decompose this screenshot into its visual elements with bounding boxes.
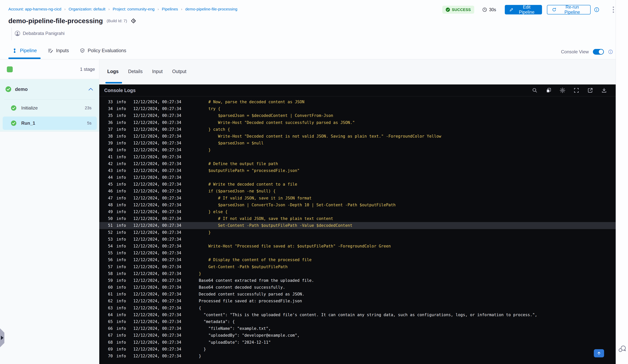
log-line[interactable]: 35 info 12/12/2024, 00:27:34 $parsedJson… [99,112,616,119]
log-line-number[interactable]: 55 [108,250,113,256]
log-line[interactable]: 63 info 12/12/2024, 00:27:34 { [99,305,616,311]
chevron-up-icon[interactable] [88,88,93,91]
log-line-number[interactable]: 69 [108,346,113,353]
log-line-number[interactable]: 47 [108,195,113,202]
log-line[interactable]: 41 info 12/12/2024, 00:27:34 [99,153,616,160]
log-line[interactable]: 42 info 12/12/2024, 00:27:34 # Define th… [99,160,616,167]
step-row-initialize[interactable]: Initialize 23s [3,101,97,115]
log-line-number[interactable]: 58 [108,270,113,277]
log-line[interactable]: 43 info 12/12/2024, 00:27:34 $outputFile… [99,167,616,174]
log-line[interactable]: 58 info 12/12/2024, 00:27:34 } [99,270,616,277]
tab-logs[interactable]: Logs [107,69,119,74]
log-line[interactable]: 61 info 12/12/2024, 00:27:34 Decoded con… [99,291,616,297]
log-line-number[interactable]: 45 [108,181,113,188]
log-line-number[interactable]: 37 [108,126,113,133]
log-line[interactable]: 57 info 12/12/2024, 00:27:34 Get-Content… [99,263,616,270]
log-line-number[interactable]: 51 [108,222,113,229]
log-line[interactable]: 48 info 12/12/2024, 00:27:34 $parsedJson… [99,202,616,208]
expand-panel-handle[interactable] [0,328,4,347]
breadcrumb-item[interactable]: Project: community-eng [113,7,155,11]
log-line[interactable]: 34 info 12/12/2024, 00:27:34 try { [99,105,616,112]
info-icon[interactable] [594,7,599,12]
fullscreen-icon[interactable] [573,87,579,93]
tab-input[interactable]: Input [152,69,163,74]
log-line-number[interactable]: 46 [108,188,113,195]
log-line-number[interactable]: 44 [108,174,113,181]
log-line[interactable]: 54 info 12/12/2024, 00:27:34 Write-Host … [99,243,616,250]
log-line-number[interactable]: 33 [108,98,113,105]
log-line[interactable]: 62 info 12/12/2024, 00:27:34 Processed f… [99,297,616,304]
log-line-number[interactable]: 41 [108,153,113,160]
log-line[interactable]: 55 info 12/12/2024, 00:27:34 [99,250,616,256]
log-line-number[interactable]: 50 [108,215,113,222]
log-line-number[interactable]: 40 [108,146,113,153]
log-line[interactable]: 36 info 12/12/2024, 00:27:34 Write-Host … [99,119,616,126]
log-line[interactable]: 46 info 12/12/2024, 00:27:34 if ($parsed… [99,188,616,195]
log-line-number[interactable]: 60 [108,284,113,291]
tab-policy-evaluations[interactable]: Policy Evaluations [80,48,126,53]
log-line[interactable]: 70 info 12/12/2024, 00:27:34 } [99,353,616,360]
log-line[interactable]: 33 info 12/12/2024, 00:27:34 # Now, pars… [99,98,616,105]
support-chat-icon[interactable] [618,345,627,352]
scroll-to-top-button[interactable] [594,349,604,357]
console-view-info-icon[interactable] [608,49,613,54]
log-line[interactable]: 44 info 12/12/2024, 00:27:34 [99,174,616,181]
step-row-run-1[interactable]: Run_1 5s [3,117,97,130]
log-line-number[interactable]: 56 [108,256,113,263]
open-in-new-icon[interactable] [587,87,593,93]
log-line-number[interactable]: 52 [108,229,113,236]
settings-icon[interactable] [560,87,565,93]
edit-pipeline-button[interactable]: Edit Pipeline [505,5,542,14]
log-line[interactable]: 37 info 12/12/2024, 00:27:34 } catch { [99,126,616,133]
log-line-number[interactable]: 53 [108,236,113,243]
log-line-number[interactable]: 36 [108,119,113,126]
tab-inputs[interactable]: Inputs [48,48,69,53]
log-scroll-area[interactable]: 33 info 12/12/2024, 00:27:34 # Now, pars… [99,97,616,364]
diamond-icon[interactable] [131,18,136,23]
log-line[interactable]: 52 info 12/12/2024, 00:27:34 } [99,229,616,236]
log-line[interactable]: 50 info 12/12/2024, 00:27:34 # If not va… [99,215,616,222]
breadcrumb-item[interactable]: Account: app-harness-ng-cicd [8,7,61,11]
download-icon[interactable] [601,87,607,93]
log-line[interactable]: 59 info 12/12/2024, 00:27:34 Base64 cont… [99,277,616,284]
log-line-number[interactable]: 63 [108,305,113,311]
more-options-icon[interactable] [611,5,616,14]
log-line[interactable]: 68 info 12/12/2024, 00:27:34 "uploadDate… [99,339,616,346]
stage-row-demo[interactable]: demo [0,79,99,99]
breadcrumb-item[interactable]: Pipelines [162,7,178,11]
log-line-number[interactable]: 67 [108,332,113,339]
search-icon[interactable] [532,87,538,93]
log-line[interactable]: 60 info 12/12/2024, 00:27:34 Base64 cont… [99,284,616,291]
log-line[interactable]: 45 info 12/12/2024, 00:27:34 # Write the… [99,181,616,188]
log-line[interactable]: 49 info 12/12/2024, 00:27:34 } else { [99,208,616,215]
log-line-number[interactable]: 65 [108,318,113,325]
log-line[interactable]: 66 info 12/12/2024, 00:27:34 "fileName":… [99,325,616,332]
log-line[interactable]: 69 info 12/12/2024, 00:27:34 } [99,346,616,353]
log-line-number[interactable]: 42 [108,160,113,167]
log-line-number[interactable]: 57 [108,263,113,270]
log-line-number[interactable]: 59 [108,277,113,284]
log-line[interactable]: 53 info 12/12/2024, 00:27:34 [99,236,616,243]
breadcrumb-item[interactable]: Organization: default [69,7,105,11]
log-line[interactable]: 64 info 12/12/2024, 00:27:34 "content": … [99,311,616,318]
log-line-number[interactable]: 61 [108,291,113,297]
log-line-number[interactable]: 39 [108,140,113,146]
log-line-number[interactable]: 54 [108,243,113,250]
log-line-number[interactable]: 70 [108,353,113,360]
log-line-number[interactable]: 38 [108,133,113,140]
log-line[interactable]: 65 info 12/12/2024, 00:27:34 "metadata":… [99,318,616,325]
rerun-pipeline-button[interactable]: Re-run Pipeline [547,5,591,14]
console-view-toggle[interactable] [593,49,604,55]
log-line[interactable]: 40 info 12/12/2024, 00:27:34 } [99,146,616,153]
tab-details[interactable]: Details [128,69,143,74]
log-line-number[interactable]: 49 [108,208,113,215]
log-line-number[interactable]: 34 [108,105,113,112]
log-line-number[interactable]: 62 [108,297,113,304]
log-line[interactable]: 51 info 12/12/2024, 00:27:34 Set-Content… [99,222,616,229]
log-line[interactable]: 39 info 12/12/2024, 00:27:34 $parsedJson… [99,140,616,146]
tab-pipeline[interactable]: Pipeline [12,48,37,53]
log-line-number[interactable]: 66 [108,325,113,332]
log-line-number[interactable]: 43 [108,167,113,174]
log-line-number[interactable]: 68 [108,339,113,346]
tab-output[interactable]: Output [172,69,186,74]
